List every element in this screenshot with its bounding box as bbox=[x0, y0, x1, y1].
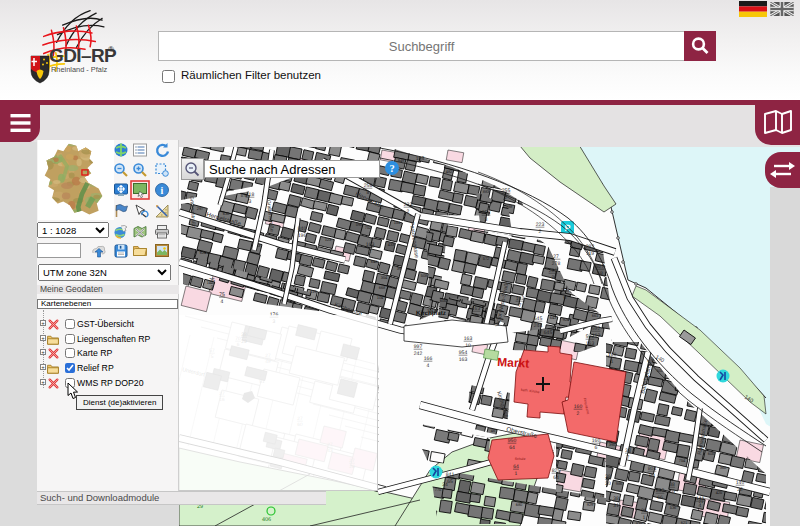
svg-text:4: 4 bbox=[475, 313, 478, 319]
svg-text:1: 1 bbox=[643, 515, 646, 521]
svg-text:8: 8 bbox=[367, 190, 370, 196]
svg-text:929: 929 bbox=[587, 502, 594, 507]
svg-text:242: 242 bbox=[414, 351, 423, 357]
svg-text:163: 163 bbox=[586, 341, 595, 347]
svg-text:425: 425 bbox=[716, 490, 723, 495]
svg-text:64: 64 bbox=[553, 475, 559, 481]
svg-text:123: 123 bbox=[325, 237, 332, 242]
svg-text:7: 7 bbox=[519, 303, 522, 309]
svg-text:163: 163 bbox=[459, 357, 468, 363]
svg-text:883: 883 bbox=[483, 189, 490, 194]
svg-text:668: 668 bbox=[379, 285, 386, 290]
svg-text:624: 624 bbox=[200, 250, 207, 255]
svg-text:151: 151 bbox=[394, 220, 401, 225]
svg-text:7: 7 bbox=[627, 455, 630, 461]
svg-text:196: 196 bbox=[298, 233, 307, 239]
svg-text:354: 354 bbox=[381, 275, 388, 280]
svg-text:643: 643 bbox=[550, 315, 557, 320]
svg-text:680: 680 bbox=[516, 502, 523, 507]
svg-text:536: 536 bbox=[670, 505, 677, 510]
svg-text:1: 1 bbox=[515, 471, 518, 477]
svg-text:278: 278 bbox=[552, 261, 561, 267]
svg-text:590: 590 bbox=[356, 222, 363, 227]
svg-text:752: 752 bbox=[365, 225, 372, 230]
svg-text:1: 1 bbox=[611, 359, 614, 365]
svg-text:22: 22 bbox=[737, 487, 743, 493]
svg-text:605: 605 bbox=[708, 451, 715, 456]
svg-text:406: 406 bbox=[262, 517, 271, 523]
svg-text:195: 195 bbox=[416, 156, 425, 162]
svg-text:775: 775 bbox=[435, 487, 442, 492]
svg-text:104: 104 bbox=[377, 295, 384, 300]
svg-text:2: 2 bbox=[407, 209, 410, 215]
svg-text:3: 3 bbox=[485, 217, 488, 223]
svg-text:68: 68 bbox=[597, 271, 603, 277]
svg-text:65: 65 bbox=[447, 479, 453, 485]
svg-text:®: ® bbox=[108, 45, 114, 54]
svg-text:10: 10 bbox=[465, 343, 471, 349]
svg-text:2: 2 bbox=[552, 275, 555, 281]
svg-text:640: 640 bbox=[371, 259, 378, 264]
svg-text:?: ? bbox=[389, 163, 394, 174]
svg-text:2: 2 bbox=[369, 249, 372, 255]
svg-text:3: 3 bbox=[249, 199, 252, 205]
svg-text:119: 119 bbox=[586, 251, 594, 257]
svg-text:508: 508 bbox=[421, 273, 428, 278]
svg-text:Schule: Schule bbox=[515, 457, 526, 461]
svg-text:4: 4 bbox=[427, 363, 430, 369]
svg-text:3: 3 bbox=[211, 285, 214, 291]
svg-text:395: 395 bbox=[609, 442, 616, 447]
svg-text:163: 163 bbox=[592, 333, 601, 339]
svg-text:i: i bbox=[161, 185, 164, 196]
svg-text:4: 4 bbox=[221, 299, 224, 305]
svg-text:88: 88 bbox=[649, 473, 655, 479]
svg-text:Rheinland - Pfalz: Rheinland - Pfalz bbox=[51, 65, 108, 74]
svg-text:661: 661 bbox=[592, 313, 599, 318]
svg-text:605: 605 bbox=[440, 298, 447, 303]
svg-text:986: 986 bbox=[616, 481, 623, 486]
svg-text:64: 64 bbox=[509, 445, 515, 451]
svg-text:Kirchplatz: Kirchplatz bbox=[416, 310, 446, 317]
svg-text:26: 26 bbox=[669, 489, 675, 495]
svg-text:482: 482 bbox=[446, 169, 453, 174]
svg-text:GDI–RP: GDI–RP bbox=[49, 45, 117, 66]
svg-text:30: 30 bbox=[605, 481, 611, 487]
svg-text:244: 244 bbox=[534, 323, 543, 329]
svg-text:Markt: Markt bbox=[497, 355, 530, 371]
svg-text:31: 31 bbox=[613, 503, 619, 509]
svg-text:754: 754 bbox=[679, 458, 686, 463]
svg-text:66: 66 bbox=[657, 495, 663, 501]
svg-text:6: 6 bbox=[564, 295, 567, 301]
svg-text:360: 360 bbox=[720, 465, 727, 470]
svg-text:924: 924 bbox=[563, 317, 570, 322]
svg-text:2: 2 bbox=[577, 411, 580, 417]
svg-text:2: 2 bbox=[539, 229, 542, 235]
svg-text:2: 2 bbox=[505, 195, 508, 201]
svg-text:297: 297 bbox=[197, 206, 204, 211]
svg-text:572: 572 bbox=[483, 256, 490, 261]
svg-text:4: 4 bbox=[699, 503, 702, 509]
svg-text:6: 6 bbox=[595, 445, 598, 451]
svg-text:645: 645 bbox=[544, 330, 553, 336]
svg-text:433: 433 bbox=[388, 242, 395, 247]
